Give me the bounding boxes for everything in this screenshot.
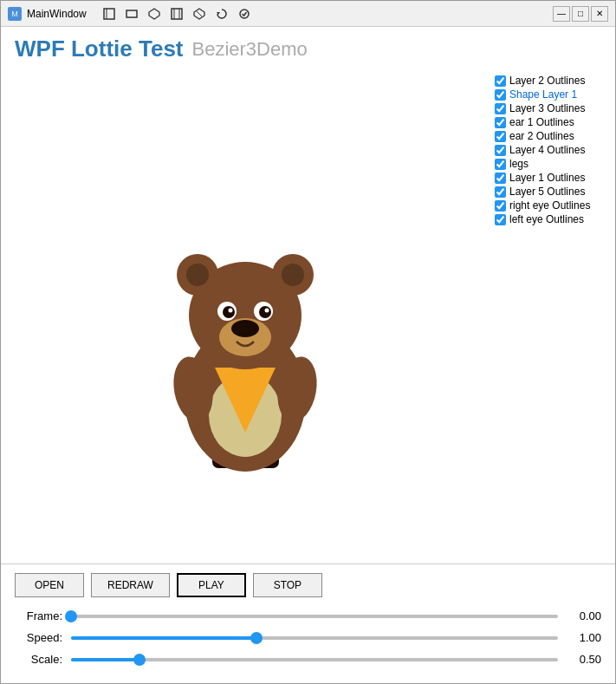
layers-sidebar: Layer 2 OutlinesShape Layer 1Layer 3 Out… (490, 68, 615, 563)
title-bar: M MainWindow (1, 1, 615, 27)
layer-label-layer2: Layer 2 Outlines (509, 75, 585, 87)
window-title: MainWindow (27, 8, 87, 20)
layer-label-layer4: Layer 4 Outlines (509, 144, 585, 156)
svg-point-10 (240, 10, 249, 18)
app-title-main: WPF Lottie Test (15, 36, 184, 62)
scale-value: 0.50 (567, 653, 601, 666)
layer-checkbox-legs[interactable] (495, 159, 506, 170)
speed-slider-row: Speed: 1.00 (15, 631, 601, 644)
layer-item-legs[interactable]: legs (495, 158, 610, 170)
stop-button[interactable]: STOP (253, 573, 322, 597)
layer-checkbox-layer3[interactable] (495, 103, 506, 114)
layer-item-layer1[interactable]: Layer 1 Outlines (495, 172, 610, 184)
layer-item-ear2[interactable]: ear 2 Outlines (495, 130, 610, 142)
close-button[interactable]: ✕ (591, 6, 608, 22)
layer-label-ear2: ear 2 Outlines (509, 130, 574, 142)
speed-label: Speed: (15, 631, 62, 644)
layer-checkbox-shapelayer1[interactable] (495, 89, 506, 101)
toolbar-btn-4[interactable] (166, 4, 187, 23)
svg-rect-4 (172, 9, 182, 19)
svg-point-26 (231, 320, 259, 337)
layer-label-righteye: right eye Outlines (509, 199, 590, 212)
canvas-area (1, 68, 490, 563)
layer-label-lefteye: left eye Outlines (509, 213, 584, 225)
layer-item-layer2[interactable]: Layer 2 Outlines (495, 75, 610, 87)
layer-checkbox-layer2[interactable] (495, 75, 506, 87)
button-row: OPEN REDRAW PLAY STOP (15, 573, 601, 597)
layer-item-layer4[interactable]: Layer 4 Outlines (495, 144, 610, 156)
layer-item-shapelayer1[interactable]: Shape Layer 1 (495, 88, 610, 101)
open-button[interactable]: OPEN (15, 573, 84, 597)
redraw-button[interactable]: REDRAW (91, 573, 170, 597)
layer-checkbox-layer5[interactable] (495, 186, 506, 198)
toolbar-btn-6[interactable] (211, 4, 232, 23)
svg-point-29 (223, 306, 235, 318)
maximize-button[interactable]: □ (572, 6, 589, 22)
app-header: WPF Lottie Test Bezier3Demo (1, 27, 615, 68)
layer-item-lefteye[interactable]: left eye Outlines (495, 213, 610, 225)
svg-rect-0 (104, 9, 114, 19)
layer-item-righteye[interactable]: right eye Outlines (495, 199, 610, 212)
layer-checkbox-ear2[interactable] (495, 131, 506, 142)
svg-point-31 (229, 309, 233, 313)
toolbar-btn-5[interactable] (189, 4, 210, 23)
app-icon: M (8, 7, 22, 21)
speed-slider[interactable] (71, 636, 558, 640)
toolbar-btn-1[interactable] (99, 4, 120, 23)
svg-rect-2 (126, 10, 137, 17)
toolbar (95, 2, 544, 26)
window-controls: — □ ✕ (553, 6, 608, 22)
layer-checkbox-layer1[interactable] (495, 173, 506, 184)
frame-value: 0.00 (567, 609, 601, 622)
layer-label-layer1: Layer 1 Outlines (509, 172, 585, 184)
scale-slider[interactable] (71, 658, 558, 661)
scale-slider-row: Scale: 0.50 (15, 653, 601, 666)
bottom-area: OPEN REDRAW PLAY STOP Frame: 0.00 Speed:… (1, 563, 615, 683)
scale-label: Scale: (15, 653, 62, 666)
svg-point-32 (265, 309, 269, 313)
title-bar-left: M MainWindow (8, 7, 87, 21)
frame-label: Frame: (15, 609, 62, 622)
main-window: M MainWindow (0, 0, 616, 684)
svg-line-8 (197, 11, 202, 16)
layer-checkbox-layer4[interactable] (495, 145, 506, 156)
layer-label-layer5: Layer 5 Outlines (509, 186, 585, 198)
layer-label-legs: legs (509, 158, 528, 170)
bear-animation (150, 155, 340, 476)
main-content: Layer 2 OutlinesShape Layer 1Layer 3 Out… (1, 68, 615, 563)
layer-label-ear1: ear 1 Outlines (509, 116, 574, 128)
svg-marker-3 (149, 9, 159, 19)
layer-checkbox-lefteye[interactable] (495, 214, 506, 225)
svg-point-30 (259, 306, 271, 318)
toolbar-btn-7[interactable] (234, 4, 255, 23)
app-title-sub: Bezier3Demo (192, 38, 308, 61)
layer-checkbox-righteye[interactable] (495, 200, 506, 212)
toolbar-btn-2[interactable] (121, 4, 142, 23)
speed-value: 1.00 (567, 631, 601, 644)
toolbar-btn-3[interactable] (144, 4, 165, 23)
layer-label-layer3: Layer 3 Outlines (509, 102, 585, 114)
layer-item-layer3[interactable]: Layer 3 Outlines (495, 102, 610, 114)
svg-point-24 (282, 264, 304, 286)
svg-point-22 (186, 264, 209, 286)
layer-label-shapelayer1: Shape Layer 1 (509, 88, 577, 101)
layer-item-ear1[interactable]: ear 1 Outlines (495, 116, 610, 128)
layer-item-layer5[interactable]: Layer 5 Outlines (495, 186, 610, 198)
frame-slider-row: Frame: 0.00 (15, 609, 601, 622)
play-button[interactable]: PLAY (177, 573, 246, 597)
minimize-button[interactable]: — (553, 6, 570, 22)
frame-slider[interactable] (71, 615, 558, 618)
layer-checkbox-ear1[interactable] (495, 117, 506, 128)
